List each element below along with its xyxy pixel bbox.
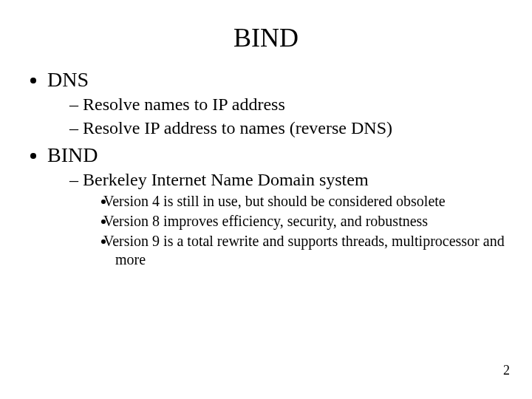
page-number: 2 <box>503 363 510 378</box>
bullet-bind-label: BIND <box>47 143 98 166</box>
list-item: Version 8 improves efficiency, security,… <box>115 212 510 231</box>
slide-title: BIND <box>22 22 510 53</box>
bullet-dns: DNS Resolve names to IP address Resolve … <box>47 68 510 139</box>
list-item: Version 4 is still in use, but should be… <box>115 192 510 211</box>
bullet-list-level3: Version 4 is still in use, but should be… <box>81 192 510 269</box>
bullet-bind: BIND Berkeley Internet Name Domain syste… <box>47 143 510 269</box>
bullet-list-level2-bind: Berkeley Internet Name Domain system Ver… <box>47 168 510 269</box>
slide: BIND DNS Resolve names to IP address Res… <box>0 0 532 399</box>
list-item: Resolve names to IP address <box>69 93 510 115</box>
list-item: Resolve IP address to names (reverse DNS… <box>69 117 510 139</box>
list-item: Version 9 is a total rewrite and support… <box>115 232 510 269</box>
bullet-dns-label: DNS <box>47 68 89 91</box>
bullet-list-level1: DNS Resolve names to IP address Resolve … <box>22 68 510 269</box>
list-item: Berkeley Internet Name Domain system Ver… <box>69 168 510 269</box>
bullet-list-level2-dns: Resolve names to IP address Resolve IP a… <box>47 93 510 139</box>
list-item-label: Berkeley Internet Name Domain system <box>83 170 369 189</box>
